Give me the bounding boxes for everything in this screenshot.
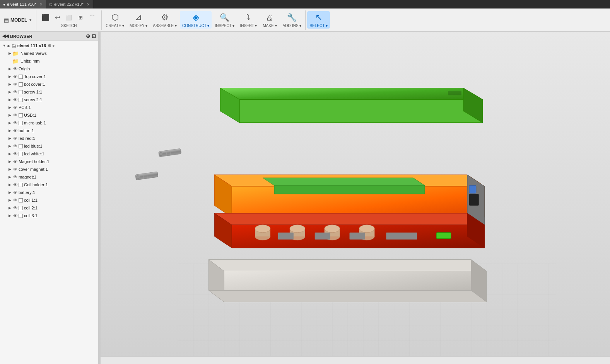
sep-2 <box>101 10 102 30</box>
coil1-box <box>18 197 23 203</box>
tab-close-1[interactable]: ✕ <box>39 2 43 7</box>
main-area: ◀◀ BROWSER ⊕ ⊡ ▼ ● 🗂 elveet 111 v16 ⚙ ● … <box>0 32 610 364</box>
toolbar-addins[interactable]: 🔧 ADD-INS ▾ <box>280 11 304 29</box>
led-blue-eye[interactable]: 👁 <box>12 143 18 149</box>
tree-item-magnet-holder[interactable]: ▶ 👁 Magnet holder:1 <box>0 158 98 165</box>
tree-item-coil2[interactable]: ▶ 👁 coil 2:1 <box>0 204 98 212</box>
tree-item-coil3[interactable]: ▶ 👁 coil 3:1 <box>0 212 98 219</box>
browser-header: ◀◀ BROWSER ⊕ ⊡ <box>0 32 98 41</box>
toolbar-modify[interactable]: ⊿ MODIFY ▾ <box>127 11 150 29</box>
svg-rect-0 <box>178 264 556 356</box>
tree-item-screw2[interactable]: ▶ 👁 screw 2:1 <box>0 96 98 104</box>
tree-item-units[interactable]: ▶ 📁 Units: mm <box>0 57 98 65</box>
tree-item-led-red[interactable]: ▶ 👁 led red:1 <box>0 134 98 142</box>
coil3-eye[interactable]: 👁 <box>12 213 18 218</box>
viewport[interactable] <box>101 32 610 364</box>
toolbar-create[interactable]: ⬡ CREATE ▾ <box>103 11 126 29</box>
screw2-eye[interactable]: 👁 <box>12 97 18 102</box>
coil2-eye[interactable]: 👁 <box>12 205 18 211</box>
tab-elveet222[interactable]: ⬡ elveet 222 v13* ✕ <box>46 0 93 9</box>
led-white-label: led white:1 <box>24 151 44 156</box>
create-label: CREATE ▾ <box>106 24 124 28</box>
toolbar-assemble[interactable]: ⚙ ASSEMBLE ▾ <box>150 11 179 29</box>
tab-close-2[interactable]: ✕ <box>87 2 90 7</box>
pcb-label: PCB:1 <box>19 105 31 110</box>
assemble-label: ASSEMBLE ▾ <box>153 24 177 28</box>
led-red-eye[interactable]: 👁 <box>12 136 18 141</box>
tree-item-screw1[interactable]: ▶ 👁 screw 1:1 <box>0 88 98 96</box>
coil1-eye[interactable]: 👁 <box>12 197 18 203</box>
browser-expand-icon[interactable]: ⊡ <box>92 33 96 39</box>
svg-point-16 <box>136 175 139 179</box>
tree-item-micro-usb[interactable]: ▶ 👁 micro usb:1 <box>0 119 98 127</box>
battery1-eye[interactable]: 👁 <box>12 190 18 195</box>
button1-label: button:1 <box>19 128 34 133</box>
magnet-holder-label: Magnet holder:1 <box>19 159 50 164</box>
tree-item-named-views[interactable]: ▶ 📁 Named Views <box>0 49 98 57</box>
coil2-label: coil 2:1 <box>24 206 38 210</box>
svg-marker-23 <box>467 175 485 225</box>
toolbar-construct[interactable]: ◈ CONSTRUCT ▾ <box>180 11 212 29</box>
tree-root[interactable]: ▼ ● 🗂 elveet 111 v16 ⚙ ● <box>0 42 98 49</box>
tree-item-led-blue[interactable]: ▶ 👁 led blue:1 <box>0 142 98 150</box>
coil-holder-eye[interactable]: 👁 <box>12 182 18 187</box>
magnet1-eye[interactable]: 👁 <box>12 174 18 180</box>
battery1-label: battery:1 <box>19 190 35 195</box>
tree-item-pcb[interactable]: ▶ 👁 PCB:1 <box>0 104 98 111</box>
pcb-eye[interactable]: 👁 <box>12 105 18 110</box>
bot-cover-label: bot cover:1 <box>24 82 45 87</box>
cover-magnet-eye[interactable]: 👁 <box>12 167 18 172</box>
tree-item-usb[interactable]: ▶ 👁 USB:1 <box>0 111 98 119</box>
tree-item-led-white[interactable]: ▶ 👁 led white:1 <box>0 150 98 158</box>
svg-rect-43 <box>315 233 330 240</box>
browser-collapse-icon[interactable]: ◀◀ <box>2 34 9 39</box>
sketch-arc-icon: ⌒ <box>87 12 97 23</box>
tree-item-magnet1[interactable]: ▶ 👁 magnet:1 <box>0 173 98 181</box>
button1-eye[interactable]: 👁 <box>12 128 18 133</box>
svg-point-32 <box>255 225 270 233</box>
led-white-box <box>18 151 23 156</box>
svg-line-10 <box>170 150 171 155</box>
construct-icon: ◈ <box>190 12 201 23</box>
tree-item-bot-cover[interactable]: ▶ 👁 bot cover:1 <box>0 80 98 88</box>
svg-point-33 <box>290 233 305 240</box>
tree-item-button1[interactable]: ▶ 👁 button:1 <box>0 127 98 134</box>
browser-settings-icon[interactable]: ⊕ <box>86 33 90 39</box>
magnet-holder-eye[interactable]: 👁 <box>12 159 18 164</box>
screw1-box <box>18 89 23 95</box>
origin-eye[interactable]: 👁 <box>12 66 18 71</box>
sep-3 <box>305 10 306 30</box>
svg-line-9 <box>166 150 167 156</box>
tree-item-cover-magnet[interactable]: ▶ 👁 cover magnet:1 <box>0 165 98 173</box>
toolbar-inspect[interactable]: 🔍 INSPECT ▾ <box>212 11 237 29</box>
magnet1-label: magnet:1 <box>19 175 36 179</box>
led-white-eye[interactable]: 👁 <box>12 151 18 156</box>
sketch-label: SKETCH <box>61 24 77 28</box>
tree-item-battery1[interactable]: ▶ 👁 battery:1 <box>0 189 98 196</box>
cover-magnet-label: cover magnet:1 <box>19 167 48 172</box>
modify-icon: ⊿ <box>133 12 144 23</box>
toolbar-make[interactable]: 🖨 MAKE ▾ <box>260 11 279 29</box>
tree-item-coil1[interactable]: ▶ 👁 coil 1:1 <box>0 196 98 204</box>
svg-marker-28 <box>214 213 232 248</box>
tree-item-coil-holder[interactable]: ▶ 👁 Coil holder:1 <box>0 181 98 189</box>
svg-point-36 <box>325 233 340 240</box>
micro-usb-eye[interactable]: 👁 <box>12 120 18 126</box>
tab-elveet111[interactable]: ● elveet 111 v16* ✕ <box>0 0 46 9</box>
statusbar <box>101 356 610 364</box>
toolbar-model[interactable]: ▤ MODEL ▼ <box>2 16 34 24</box>
toolbar-select[interactable]: ↖ SELECT ▾ <box>307 11 330 29</box>
top-cover-eye[interactable]: 👁 <box>12 74 18 79</box>
svg-marker-17 <box>214 175 484 186</box>
toolbar-insert[interactable]: ⤵ INSERT ▾ <box>238 11 259 29</box>
browser-header-icons: ⊕ ⊡ <box>86 33 96 39</box>
toolbar-sketch[interactable]: ⬛ ↩ ⬜ ⊞ ⌒ SKETCH <box>38 11 100 29</box>
tree-item-top-cover[interactable]: ▶ 👁 Top cover:1 <box>0 73 98 80</box>
bot-cover-eye[interactable]: 👁 <box>12 82 18 87</box>
svg-point-41 <box>359 225 374 233</box>
tree-item-origin[interactable]: ▶ 👁 Origin <box>0 65 98 73</box>
tab-label-2: elveet 222 v13* <box>54 2 84 7</box>
led-red-label: led red:1 <box>19 136 35 141</box>
screw1-eye[interactable]: 👁 <box>12 89 18 95</box>
usb-eye[interactable]: 👁 <box>12 112 18 118</box>
